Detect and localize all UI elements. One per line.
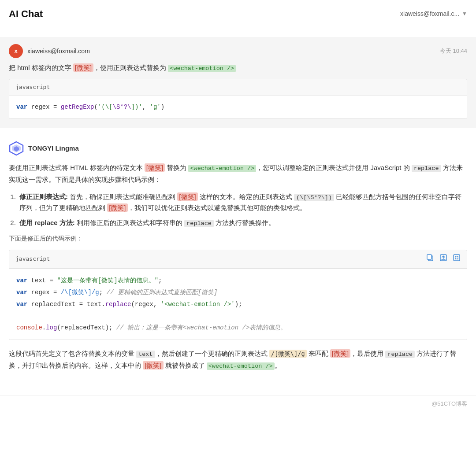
inline-weixiao-intro: [微笑]: [145, 163, 165, 172]
ai-logo-icon: [9, 141, 24, 156]
ai-code-body: var text = "这是一条带有[微笑]表情的信息。"; var regex…: [9, 269, 467, 340]
svg-rect-7: [454, 255, 460, 261]
ai-meta: TONGYI Lingma: [9, 141, 467, 156]
ai-message-block: TONGYI Lingma 要使用正则表达式将 HTML 标签内的特定文本 [微…: [0, 132, 476, 386]
username: xiaweiss@foxmail.com: [27, 46, 90, 56]
ai-summary: 这段代码首先定义了包含待替换文本的变量 text，然后创建了一个更精确的正则表达…: [9, 348, 467, 371]
ai-name: TONGYI Lingma: [28, 143, 79, 154]
inline-replace-2: replace: [184, 220, 214, 227]
user-text: 把 html 标签内的文字 [微笑]，使用正则表达式替换为 <wechat-em…: [9, 63, 467, 74]
user-code-header: javascript: [9, 79, 467, 96]
export-icon[interactable]: [439, 254, 447, 265]
footer: @51CTO博客: [0, 395, 476, 412]
ai-intro: 要使用正则表达式将 HTML 标签内的特定文本 [微笑] 替换为 <wechat…: [9, 162, 467, 185]
ai-code-lang: javascript: [15, 255, 50, 264]
user-code-lang: javascript: [15, 83, 50, 92]
inline-text-var: text: [136, 351, 155, 358]
inline-weixiao-3: [微笑]: [107, 203, 127, 212]
inline-regex-summary: /[微笑\]/g: [269, 350, 307, 358]
dropdown-arrow-icon: ▼: [462, 10, 467, 18]
step-1: 修正正则表达式: 首先，确保正则表达式能准确匹配到 [微笑] 这样的文本。给定的…: [18, 192, 467, 213]
user-info: x xiaweiss@foxmail.com: [9, 44, 90, 58]
step-2-bold: 使用 replace 方法:: [19, 219, 75, 226]
ai-code-header: javascript: [9, 250, 467, 269]
credit-text: @51CTO博客: [431, 400, 467, 407]
expand-icon[interactable]: [453, 254, 461, 265]
inline-regex: (\[\S*?\]): [294, 194, 334, 201]
timestamp: 今天 10:44: [440, 47, 467, 56]
inline-replace-1: replace: [412, 165, 441, 172]
before-code-text: 下面是修正后的代码示例：: [9, 233, 467, 243]
app-header: AI Chat xiaweiss@foxmail.c... ▼: [0, 0, 476, 28]
inline-weixiao-2: [微笑]: [177, 192, 197, 201]
inline-wechat-summary: <wechat-emotion />: [207, 362, 275, 370]
user-menu[interactable]: xiaweiss@foxmail.c... ▼: [400, 9, 467, 18]
highlight-weixiao-1: [微笑]: [73, 63, 93, 72]
inline-weixiao-4: [微笑]: [330, 349, 350, 358]
highlight-wechat-1: <wechat-emotion />: [168, 65, 236, 72]
inline-wechat-intro: <wechat-emotion />: [188, 165, 256, 172]
user-code-body: var regex = getRegExp('(\[\S*?\])', 'g'): [9, 96, 467, 119]
inline-replace-3: replace: [385, 351, 415, 358]
user-message-block: x xiaweiss@foxmail.com 今天 10:44 把 html 标…: [0, 37, 476, 128]
step-1-bold: 修正正则表达式:: [19, 193, 68, 200]
copy-icon[interactable]: [426, 254, 434, 265]
user-code-block: javascript var regex = getRegExp('(\[\S*…: [9, 79, 467, 119]
user-meta: x xiaweiss@foxmail.com 今天 10:44: [9, 44, 467, 58]
ai-code-block: javascript: [9, 250, 467, 340]
user-email: xiaweiss@foxmail.c...: [400, 9, 459, 18]
avatar: x: [9, 44, 23, 58]
inline-weixiao-5: [微笑]: [143, 361, 163, 370]
app-title: AI Chat: [9, 6, 43, 22]
step-2: 使用 replace 方法: 利用修正后的正则表达式和字符串的 replace …: [18, 218, 467, 229]
chat-container: x xiaweiss@foxmail.com 今天 10:44 把 html 标…: [0, 28, 476, 395]
svg-rect-4: [427, 255, 431, 259]
code-actions: [426, 254, 461, 265]
steps-list: 修正正则表达式: 首先，确保正则表达式能准确匹配到 [微笑] 这样的文本。给定的…: [9, 192, 467, 228]
